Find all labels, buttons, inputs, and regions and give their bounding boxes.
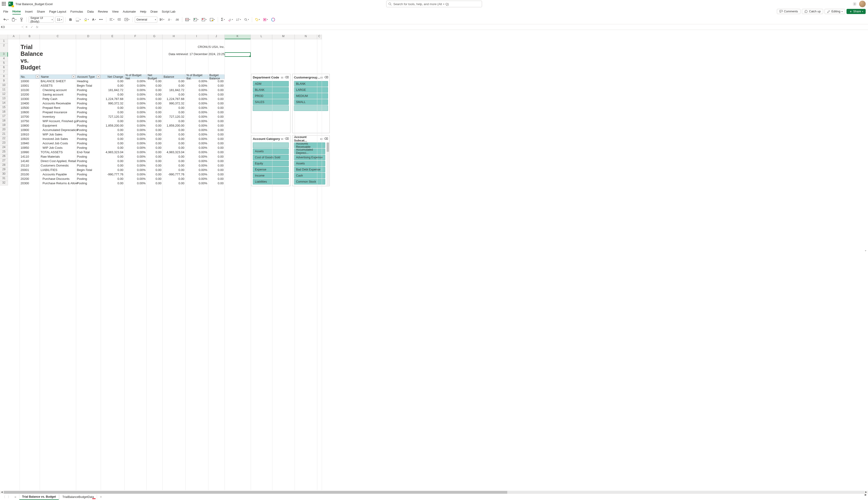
font-size-value: 11 <box>57 18 60 21</box>
catchup-label: Catch up <box>809 10 821 13</box>
addins-button[interactable] <box>262 16 269 23</box>
paintbrush-icon <box>20 18 23 22</box>
ribbon-tab-view[interactable]: View <box>112 9 119 14</box>
copilot-icon <box>271 18 275 22</box>
toolbar: Segoe UI (Body) 11 B A ••• General $€ .0… <box>0 15 868 24</box>
svg-point-2 <box>854 3 855 5</box>
tag-icon <box>255 18 258 21</box>
number-format-select[interactable]: General <box>135 16 157 23</box>
ribbon-tabs: FileHomeInsertSharePage LayoutFormulasDa… <box>0 8 868 15</box>
avatar[interactable] <box>859 1 866 7</box>
conditional-format-button[interactable] <box>184 16 191 23</box>
ribbon-tab-scriptlab[interactable]: Script Lab <box>162 9 176 14</box>
svg-point-0 <box>388 3 391 5</box>
undo-icon <box>3 18 7 21</box>
share-icon <box>849 10 852 13</box>
bold-button[interactable]: B <box>68 16 74 23</box>
indent-button[interactable] <box>116 16 122 23</box>
insert-button[interactable] <box>192 16 199 23</box>
bucket-icon <box>84 18 87 21</box>
ribbon-tab-share[interactable]: Share <box>37 9 45 14</box>
share-label: Share <box>853 10 861 13</box>
ribbon-tab-insert[interactable]: Insert <box>25 9 33 14</box>
format-painter-button[interactable] <box>19 16 24 23</box>
search-icon <box>388 2 392 5</box>
fill-color-button[interactable] <box>83 16 90 23</box>
ribbon-tab-pagelayout[interactable]: Page Layout <box>49 9 66 14</box>
document-name[interactable]: Trial Balance_Budget Excel <box>15 2 53 6</box>
ribbon-tab-data[interactable]: Data <box>87 9 94 14</box>
font-name-select[interactable]: Segoe UI (Body) <box>29 16 54 23</box>
copilot-button[interactable] <box>270 16 276 23</box>
paste-button[interactable] <box>11 16 17 23</box>
excel-icon <box>8 2 13 6</box>
autosum-button[interactable]: Σ <box>220 16 226 23</box>
ribbon-tab-automate[interactable]: Automate <box>123 9 136 14</box>
font-color-button[interactable]: A <box>91 16 97 23</box>
svg-rect-28 <box>264 19 266 20</box>
svg-rect-21 <box>202 18 205 21</box>
ribbon-tab-review[interactable]: Review <box>98 9 108 14</box>
delete-button[interactable] <box>201 16 207 23</box>
addin-icon <box>263 18 266 21</box>
merge-icon <box>125 18 128 21</box>
svg-line-1 <box>391 5 391 5</box>
font-name-value: Segoe UI (Body) <box>30 16 49 23</box>
clipboard-icon <box>12 18 15 22</box>
ribbon-tab-help[interactable]: Help <box>140 9 146 14</box>
format-cells-button[interactable] <box>209 16 216 23</box>
align-icon <box>109 18 113 21</box>
sensitivity-button[interactable] <box>254 16 261 23</box>
svg-rect-20 <box>194 19 195 20</box>
ribbon-tab-draw[interactable]: Draw <box>150 9 157 14</box>
app-launcher-icon[interactable] <box>2 2 6 6</box>
find-button[interactable] <box>243 16 250 23</box>
ribbon-tab-home[interactable]: Home <box>12 9 21 14</box>
svg-point-24 <box>212 20 213 21</box>
editing-label: Editing <box>831 10 840 13</box>
accept-formula-button[interactable]: ✓ <box>29 25 35 29</box>
borders-button[interactable] <box>75 16 81 23</box>
svg-rect-6 <box>76 18 79 21</box>
ribbon-tab-formulas[interactable]: Formulas <box>70 9 83 14</box>
svg-point-25 <box>245 19 247 20</box>
comments-label: Comments <box>784 10 798 13</box>
comments-button[interactable]: Comments <box>777 9 800 14</box>
comment-icon <box>779 10 783 13</box>
name-box[interactable]: K3 <box>0 25 24 29</box>
currency-button[interactable]: $€ <box>159 16 166 23</box>
catchup-button[interactable]: Catch up <box>802 9 823 14</box>
svg-rect-8 <box>84 21 87 21</box>
number-format-value: General <box>136 18 147 21</box>
search-placeholder: Search for tools, help, and more (Alt + … <box>393 2 449 6</box>
settings-icon[interactable] <box>853 2 857 6</box>
eraser-icon <box>228 18 232 21</box>
svg-line-26 <box>246 20 247 21</box>
border-icon <box>76 18 79 21</box>
table-icon <box>185 18 189 21</box>
formula-bar[interactable] <box>40 24 868 30</box>
increase-decimal-button[interactable]: .00 <box>174 16 180 23</box>
font-size-select[interactable]: 11 <box>55 16 63 23</box>
sort-filter-button[interactable] <box>235 16 242 23</box>
undo-button[interactable] <box>2 16 9 23</box>
more-font-button[interactable]: ••• <box>98 16 104 23</box>
merge-button[interactable] <box>124 16 131 23</box>
svg-rect-16 <box>185 18 189 21</box>
fx-icon[interactable]: fx <box>35 25 40 29</box>
clear-button[interactable] <box>227 16 234 23</box>
find-icon <box>244 18 247 21</box>
search-input[interactable]: Search for tools, help, and more (Alt + … <box>386 1 482 7</box>
cancel-formula-button[interactable]: ✕ <box>24 25 29 29</box>
sort-icon <box>236 18 239 21</box>
decrease-decimal-button[interactable]: .0→ <box>167 16 173 23</box>
ribbon-tab-file[interactable]: File <box>3 9 8 14</box>
editing-mode-button[interactable]: Editing ▾ <box>824 9 845 14</box>
share-button[interactable]: Share ▾ <box>846 9 866 14</box>
format-icon <box>210 18 213 21</box>
name-box-value: K3 <box>1 25 5 29</box>
delete-cells-icon <box>202 18 205 21</box>
insert-cells-icon <box>193 18 197 21</box>
indent-icon <box>117 18 121 21</box>
align-button[interactable] <box>109 16 115 23</box>
